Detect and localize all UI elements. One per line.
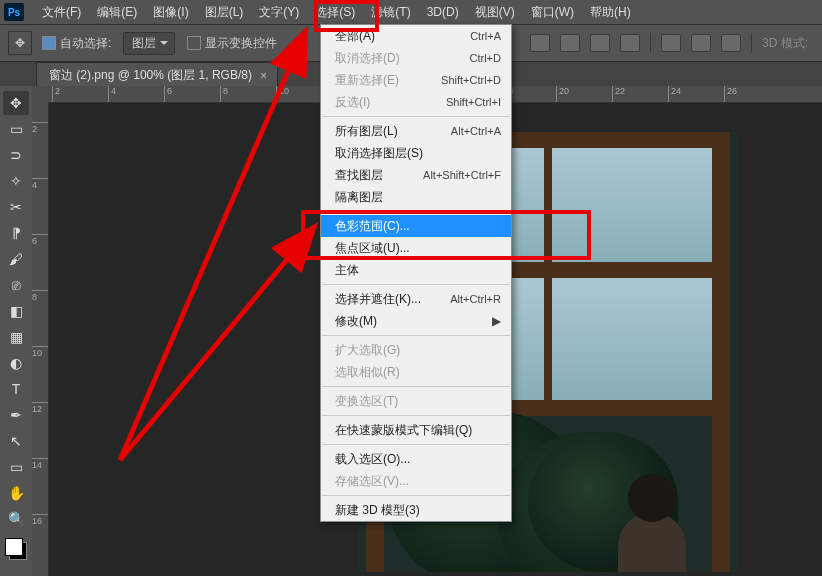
menu-file[interactable]: 文件(F) <box>34 0 89 24</box>
menu-type[interactable]: 文字(Y) <box>251 0 307 24</box>
layer-group-dropdown[interactable]: 图层 <box>123 32 175 55</box>
menu-item-label: 在快速蒙版模式下编辑(Q) <box>335 422 472 439</box>
color-swatches[interactable] <box>5 538 27 560</box>
toolbox: ✥▭⊃✧✂⁋🖌⎚◧▦◐T✒↖▭✋🔍 <box>0 86 33 576</box>
menu-item-label: 全部(A) <box>335 28 375 45</box>
menu-item-label: 焦点区域(U)... <box>335 240 410 257</box>
stamp-tool[interactable]: ⎚ <box>3 273 29 297</box>
menu-item[interactable]: 全部(A)Ctrl+A <box>321 25 511 47</box>
menu-item: 选取相似(R) <box>321 361 511 383</box>
menu-item-label: 变换选区(T) <box>335 393 398 410</box>
menu-item-label: 存储选区(V)... <box>335 473 409 490</box>
show-transform-label: 显示变换控件 <box>205 35 277 52</box>
crop-tool[interactable]: ✂ <box>3 195 29 219</box>
close-tab-icon[interactable]: × <box>260 69 267 83</box>
move-tool-icon[interactable]: ✥ <box>8 31 32 55</box>
menu-item[interactable]: 新建 3D 模型(3) <box>321 499 511 521</box>
menu-3d[interactable]: 3D(D) <box>419 0 467 24</box>
document-tab[interactable]: 窗边 (2).png @ 100% (图层 1, RGB/8) × <box>36 62 278 88</box>
menu-item[interactable]: 色彩范围(C)... <box>321 215 511 237</box>
menu-item-label: 取消选择图层(S) <box>335 145 423 162</box>
menu-item-shortcut: Ctrl+A <box>470 30 501 42</box>
menu-item[interactable]: 载入选区(O)... <box>321 448 511 470</box>
menu-item: 存储选区(V)... <box>321 470 511 492</box>
menu-item[interactable]: 主体 <box>321 259 511 281</box>
options-right-group: 3D 模式: <box>530 33 822 53</box>
gradient-tool[interactable]: ▦ <box>3 325 29 349</box>
menu-item[interactable]: 修改(M)▶ <box>321 310 511 332</box>
ps-logo-icon: Ps <box>4 3 24 21</box>
hand-tool[interactable]: ✋ <box>3 481 29 505</box>
rect-marquee-tool[interactable]: ▭ <box>3 117 29 141</box>
path-select-tool[interactable]: ↖ <box>3 429 29 453</box>
menu-item-shortcut: Shift+Ctrl+D <box>441 74 501 86</box>
menu-item[interactable]: 所有图层(L)Alt+Ctrl+A <box>321 120 511 142</box>
align-icon[interactable] <box>590 34 610 52</box>
menu-edit[interactable]: 编辑(E) <box>89 0 145 24</box>
shape-tool[interactable]: ▭ <box>3 455 29 479</box>
auto-select-checkbox[interactable] <box>42 36 56 50</box>
submenu-arrow-icon: ▶ <box>492 314 501 328</box>
eraser-tool[interactable]: ◧ <box>3 299 29 323</box>
distribute-icon[interactable] <box>661 34 681 52</box>
menu-item-label: 反选(I) <box>335 94 370 111</box>
menu-select[interactable]: 选择(S) <box>307 0 363 24</box>
menu-filter[interactable]: 滤镜(T) <box>363 0 418 24</box>
mode3d-label: 3D 模式: <box>762 35 808 52</box>
menu-item-shortcut: Alt+Ctrl+R <box>450 293 501 305</box>
ruler-vertical: 246810121416 <box>32 102 49 576</box>
menu-help[interactable]: 帮助(H) <box>582 0 639 24</box>
menu-item[interactable]: 取消选择图层(S) <box>321 142 511 164</box>
menu-item-label: 新建 3D 模型(3) <box>335 502 420 519</box>
menu-item[interactable]: 选择并遮住(K)...Alt+Ctrl+R <box>321 288 511 310</box>
document-tab-title: 窗边 (2).png @ 100% (图层 1, RGB/8) <box>49 67 252 84</box>
menu-item-label: 隔离图层 <box>335 189 383 206</box>
align-icon[interactable] <box>620 34 640 52</box>
main-menubar: Ps 文件(F) 编辑(E) 图像(I) 图层(L) 文字(Y) 选择(S) 滤… <box>0 0 822 25</box>
menu-view[interactable]: 视图(V) <box>467 0 523 24</box>
menu-item-label: 查找图层 <box>335 167 383 184</box>
menu-item: 重新选择(E)Shift+Ctrl+D <box>321 69 511 91</box>
type-tool[interactable]: T <box>3 377 29 401</box>
menu-item-label: 取消选择(D) <box>335 50 400 67</box>
brush-tool[interactable]: 🖌 <box>3 247 29 271</box>
menu-item-label: 载入选区(O)... <box>335 451 410 468</box>
menu-item[interactable]: 查找图层Alt+Shift+Ctrl+F <box>321 164 511 186</box>
menu-layer[interactable]: 图层(L) <box>197 0 252 24</box>
menu-item-label: 扩大选取(G) <box>335 342 400 359</box>
menu-image[interactable]: 图像(I) <box>145 0 196 24</box>
menu-item-label: 选择并遮住(K)... <box>335 291 421 308</box>
menu-item-shortcut: Ctrl+D <box>470 52 501 64</box>
menu-item-label: 选取相似(R) <box>335 364 400 381</box>
menu-item[interactable]: 在快速蒙版模式下编辑(Q) <box>321 419 511 441</box>
menu-item[interactable]: 焦点区域(U)... <box>321 237 511 259</box>
move-tool[interactable]: ✥ <box>3 91 29 115</box>
zoom-tool[interactable]: 🔍 <box>3 507 29 531</box>
menu-item-shortcut: Shift+Ctrl+I <box>446 96 501 108</box>
menu-item-label: 修改(M) <box>335 313 377 330</box>
eyedropper-tool[interactable]: ⁋ <box>3 221 29 245</box>
menu-item: 取消选择(D)Ctrl+D <box>321 47 511 69</box>
menu-item-shortcut: Alt+Ctrl+A <box>451 125 501 137</box>
dodge-tool[interactable]: ◐ <box>3 351 29 375</box>
distribute-icon[interactable] <box>721 34 741 52</box>
align-icon[interactable] <box>560 34 580 52</box>
menu-item-label: 色彩范围(C)... <box>335 218 410 235</box>
show-transform-checkbox[interactable] <box>187 36 201 50</box>
menu-item-label: 所有图层(L) <box>335 123 398 140</box>
magic-wand-tool[interactable]: ✧ <box>3 169 29 193</box>
pen-tool[interactable]: ✒ <box>3 403 29 427</box>
menu-item-shortcut: Alt+Shift+Ctrl+F <box>423 169 501 181</box>
menu-item: 变换选区(T) <box>321 390 511 412</box>
select-menu-dropdown: 全部(A)Ctrl+A取消选择(D)Ctrl+D重新选择(E)Shift+Ctr… <box>320 24 512 522</box>
menu-item-label: 主体 <box>335 262 359 279</box>
menu-window[interactable]: 窗口(W) <box>523 0 582 24</box>
lasso-tool[interactable]: ⊃ <box>3 143 29 167</box>
distribute-icon[interactable] <box>691 34 711 52</box>
menu-item-label: 重新选择(E) <box>335 72 399 89</box>
menu-item: 扩大选取(G) <box>321 339 511 361</box>
auto-select-label: 自动选择: <box>60 35 111 52</box>
align-icon[interactable] <box>530 34 550 52</box>
menu-item[interactable]: 隔离图层 <box>321 186 511 208</box>
menu-item: 反选(I)Shift+Ctrl+I <box>321 91 511 113</box>
